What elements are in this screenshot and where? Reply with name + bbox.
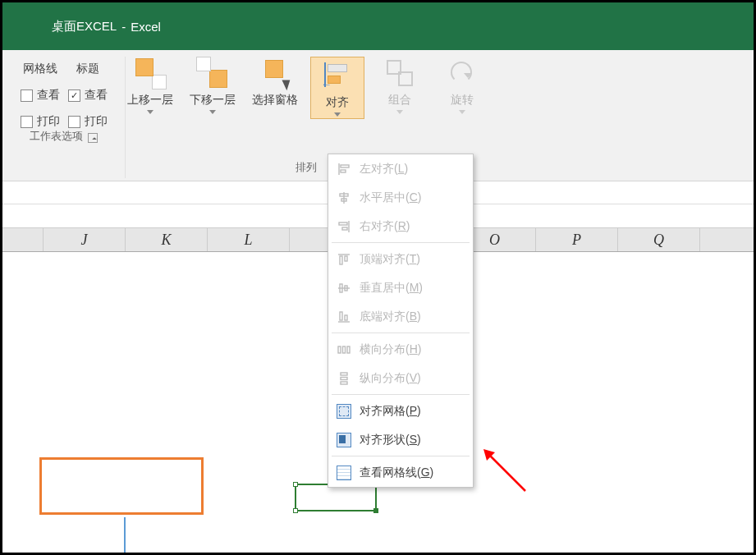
svg-rect-2	[341, 170, 346, 172]
column-header[interactable]: L	[208, 228, 290, 251]
align-icon: ←	[321, 59, 354, 92]
green-rectangle-shape-selected[interactable]	[295, 484, 377, 511]
menu-distribute-vertical[interactable]: 纵向分布(V)	[328, 364, 473, 392]
snap-to-shape-icon	[337, 433, 351, 447]
svg-rect-8	[342, 227, 347, 230]
column-header[interactable]: P	[536, 228, 618, 251]
align-center-icon	[337, 190, 351, 205]
svg-rect-21	[341, 373, 347, 375]
menu-snap-to-shape[interactable]: 对齐形状(S)	[328, 425, 473, 454]
svg-rect-11	[345, 256, 347, 261]
app-name: Excel	[131, 20, 161, 34]
gridlines-view-checkbox[interactable]: 查看	[21, 88, 60, 103]
svg-rect-7	[339, 222, 347, 225]
column-header[interactable]: J	[44, 228, 126, 251]
sheet-options-group: 网格线 查看 打印 标题 ✓ 查看 打印	[2, 57, 126, 178]
menu-align-top[interactable]: 顶端对齐(T)	[328, 245, 473, 273]
gridlines-icon	[337, 466, 351, 480]
snap-to-grid-icon	[337, 404, 351, 419]
svg-rect-1	[341, 165, 349, 167]
selection-pane-button[interactable]: 选择窗格	[248, 57, 302, 107]
align-left-icon	[337, 162, 351, 177]
chevron-down-icon	[147, 110, 153, 114]
column-header[interactable]: Q	[618, 228, 700, 251]
menu-align-right[interactable]: 右对齐(R)	[328, 212, 473, 241]
headings-view-checkbox[interactable]: ✓ 查看	[68, 88, 108, 103]
column-header[interactable]: K	[126, 228, 208, 251]
align-dropdown-menu: 左对齐(L) 水平居中(C) 右对齐(R) 顶端对齐(T) 垂直居中(M) 底端…	[328, 154, 474, 488]
chevron-down-icon	[396, 110, 403, 114]
chevron-down-icon	[334, 112, 341, 117]
gridlines-print-checkbox[interactable]: 打印	[21, 114, 60, 129]
checkbox-empty-icon	[21, 89, 33, 102]
svg-rect-10	[340, 256, 342, 264]
checkbox-empty-icon	[68, 116, 80, 128]
menu-distribute-horizontal[interactable]: 横向分布(H)	[328, 335, 473, 364]
svg-rect-19	[343, 346, 346, 353]
title-separator: -	[121, 20, 126, 34]
headings-print-checkbox[interactable]: 打印	[68, 114, 108, 129]
chevron-down-icon	[459, 110, 465, 114]
menu-view-gridlines[interactable]: 查看网格线(G)	[328, 458, 473, 487]
title-bar: 桌面EXCEL - Excel	[2, 2, 754, 50]
send-backward-button[interactable]: 下移一层	[186, 57, 240, 114]
dialog-launcher-icon[interactable]	[88, 133, 98, 143]
checkbox-empty-icon	[21, 116, 33, 128]
arrange-label: 排列	[296, 160, 317, 175]
menu-align-middle[interactable]: 垂直居中(M)	[328, 273, 473, 302]
gridlines-heading: 网格线	[21, 62, 60, 76]
svg-rect-23	[341, 382, 347, 384]
rotate-icon	[446, 57, 479, 89]
align-right-icon	[337, 219, 351, 234]
svg-rect-22	[341, 377, 347, 379]
menu-align-bottom[interactable]: 底端对齐(B)	[328, 302, 473, 331]
send-backward-icon	[196, 57, 229, 89]
doc-title: 桌面EXCEL	[52, 19, 117, 34]
align-middle-icon	[337, 281, 351, 296]
column-header[interactable]	[2, 228, 44, 251]
sheet-options-label: 工作表选项	[30, 129, 83, 144]
align-button[interactable]: ← 对齐	[310, 57, 364, 119]
distribute-vertical-icon	[337, 371, 351, 386]
group-icon	[383, 57, 416, 89]
align-bottom-icon	[337, 310, 351, 324]
bring-forward-button[interactable]: 上移一层	[123, 57, 177, 114]
bring-forward-icon	[134, 57, 167, 89]
checkbox-checked-icon: ✓	[68, 89, 80, 102]
selection-pane-icon	[259, 57, 291, 89]
svg-rect-16	[340, 312, 342, 320]
chevron-down-icon	[209, 110, 216, 114]
menu-snap-to-grid[interactable]: 对齐网格(P)	[328, 397, 473, 425]
distribute-horizontal-icon	[337, 342, 351, 357]
group-button[interactable]: 组合	[373, 57, 427, 114]
svg-rect-20	[347, 346, 350, 353]
orange-rectangle-shape[interactable]	[39, 457, 204, 515]
headings-heading: 标题	[68, 62, 108, 76]
menu-align-center[interactable]: 水平居中(C)	[328, 183, 473, 212]
svg-rect-17	[345, 315, 347, 320]
align-top-icon	[337, 252, 351, 267]
menu-align-left[interactable]: 左对齐(L)	[328, 154, 473, 183]
blue-connector-line[interactable]	[124, 517, 126, 555]
svg-rect-18	[338, 346, 341, 353]
rotate-button[interactable]: 旋转	[435, 57, 489, 114]
